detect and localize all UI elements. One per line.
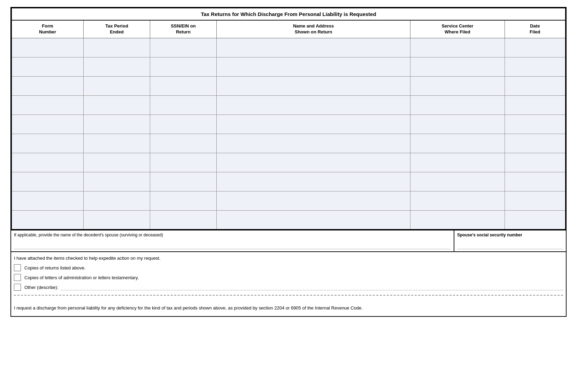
- checkbox-copies-returns[interactable]: [14, 264, 21, 271]
- cell-ssn-6[interactable]: [150, 134, 216, 153]
- cell-tax-period-6[interactable]: [84, 134, 150, 153]
- cell-name-8[interactable]: [216, 172, 410, 191]
- attached-section: I have attached the items checked to hel…: [11, 251, 566, 302]
- cell-tax-period-2[interactable]: [84, 57, 150, 76]
- cell-service-1[interactable]: [410, 38, 505, 57]
- title-row: Tax Returns for Which Discharge From Per…: [11, 8, 566, 20]
- cell-ssn-2[interactable]: [150, 57, 216, 76]
- cell-ssn-1[interactable]: [150, 38, 216, 57]
- other-input[interactable]: [61, 284, 563, 290]
- cell-form-number-2[interactable]: [11, 57, 84, 76]
- cell-service-9[interactable]: [410, 191, 505, 210]
- cell-ssn-5[interactable]: [150, 115, 216, 134]
- form-number-header: Form Number: [39, 23, 56, 34]
- tax-period-header: Tax Period Ended: [105, 23, 128, 34]
- cell-name-1[interactable]: [216, 38, 410, 57]
- cell-date-5[interactable]: [505, 115, 566, 134]
- spouse-ssn-label: Spouse's social security number: [457, 233, 563, 237]
- table-row: [11, 210, 566, 229]
- cell-service-8[interactable]: [410, 172, 505, 191]
- spouse-name-section: If applicable, provide the name of the d…: [11, 230, 454, 251]
- cell-ssn-8[interactable]: [150, 172, 216, 191]
- cell-service-4[interactable]: [410, 95, 505, 115]
- table-row: [11, 115, 566, 134]
- cell-service-6[interactable]: [410, 134, 505, 153]
- table-row: [11, 57, 566, 76]
- ssn-ein-header: SSN/EIN on Return: [171, 23, 196, 34]
- spouse-name-label: If applicable, provide the name of the d…: [14, 233, 451, 237]
- page-wrapper: Tax Returns for Which Discharge From Per…: [0, 0, 577, 324]
- cell-date-6[interactable]: [505, 134, 566, 153]
- table-row: [11, 38, 566, 57]
- cell-tax-period-5[interactable]: [84, 115, 150, 134]
- cell-date-2[interactable]: [505, 57, 566, 76]
- header-row: Form Number Tax Period Ended SSN/EIN on …: [11, 20, 566, 38]
- spouse-section: If applicable, provide the name of the d…: [11, 230, 566, 251]
- cell-ssn-4[interactable]: [150, 95, 216, 115]
- checkbox-item-letters: Copies of letters of administration or l…: [14, 274, 563, 281]
- col-header-service-center: Service Center Where Filed: [410, 20, 505, 38]
- cell-date-7[interactable]: [505, 153, 566, 172]
- cell-name-9[interactable]: [216, 191, 410, 210]
- table-row: [11, 153, 566, 172]
- cell-date-3[interactable]: [505, 76, 566, 95]
- cell-ssn-10[interactable]: [150, 210, 216, 229]
- cell-form-number-8[interactable]: [11, 172, 84, 191]
- col-header-name-address: Name and Address Shown on Return: [216, 20, 410, 38]
- checkbox-copies-returns-label: Copies of returns listed above.: [24, 265, 86, 271]
- cell-tax-period-3[interactable]: [84, 76, 150, 95]
- cell-name-4[interactable]: [216, 95, 410, 115]
- dashed-divider: [14, 295, 563, 296]
- name-address-header: Name and Address Shown on Return: [293, 23, 334, 34]
- cell-service-3[interactable]: [410, 76, 505, 95]
- cell-service-2[interactable]: [410, 57, 505, 76]
- date-filed-header: Date Filed: [530, 23, 540, 34]
- cell-date-10[interactable]: [505, 210, 566, 229]
- cell-tax-period-10[interactable]: [84, 210, 150, 229]
- cell-form-number-4[interactable]: [11, 95, 84, 115]
- spouse-ssn-input[interactable]: [457, 239, 563, 249]
- cell-date-1[interactable]: [505, 38, 566, 57]
- table-row: [11, 95, 566, 115]
- cell-form-number-3[interactable]: [11, 76, 84, 95]
- checkbox-letters[interactable]: [14, 274, 21, 281]
- col-header-form-number: Form Number: [11, 20, 84, 38]
- col-header-ssn-ein: SSN/EIN on Return: [150, 20, 216, 38]
- cell-ssn-3[interactable]: [150, 76, 216, 95]
- col-header-date-filed: Date Filed: [505, 20, 566, 38]
- cell-name-3[interactable]: [216, 76, 410, 95]
- cell-form-number-9[interactable]: [11, 191, 84, 210]
- cell-date-4[interactable]: [505, 95, 566, 115]
- attached-title: I have attached the items checked to hel…: [14, 256, 563, 261]
- checkbox-other[interactable]: [14, 284, 21, 291]
- cell-service-10[interactable]: [410, 210, 505, 229]
- cell-date-9[interactable]: [505, 191, 566, 210]
- checkbox-letters-label: Copies of letters of administration or l…: [24, 275, 139, 280]
- cell-form-number-1[interactable]: [11, 38, 84, 57]
- spouse-name-input[interactable]: [14, 239, 451, 249]
- cell-tax-period-8[interactable]: [84, 172, 150, 191]
- checkbox-item-copies-returns: Copies of returns listed above.: [14, 264, 563, 271]
- request-section: I request a discharge from personal liab…: [11, 302, 566, 316]
- cell-form-number-10[interactable]: [11, 210, 84, 229]
- cell-form-number-5[interactable]: [11, 115, 84, 134]
- cell-name-6[interactable]: [216, 134, 410, 153]
- cell-date-8[interactable]: [505, 172, 566, 191]
- cell-service-5[interactable]: [410, 115, 505, 134]
- spouse-ssn-section: Spouse's social security number: [454, 230, 566, 251]
- cell-ssn-9[interactable]: [150, 191, 216, 210]
- cell-form-number-7[interactable]: [11, 153, 84, 172]
- cell-name-5[interactable]: [216, 115, 410, 134]
- table-row: [11, 76, 566, 95]
- table-title: Tax Returns for Which Discharge From Per…: [11, 8, 566, 20]
- cell-name-7[interactable]: [216, 153, 410, 172]
- cell-service-7[interactable]: [410, 153, 505, 172]
- cell-ssn-7[interactable]: [150, 153, 216, 172]
- cell-name-10[interactable]: [216, 210, 410, 229]
- cell-form-number-6[interactable]: [11, 134, 84, 153]
- cell-tax-period-7[interactable]: [84, 153, 150, 172]
- cell-tax-period-1[interactable]: [84, 38, 150, 57]
- cell-tax-period-4[interactable]: [84, 95, 150, 115]
- cell-tax-period-9[interactable]: [84, 191, 150, 210]
- cell-name-2[interactable]: [216, 57, 410, 76]
